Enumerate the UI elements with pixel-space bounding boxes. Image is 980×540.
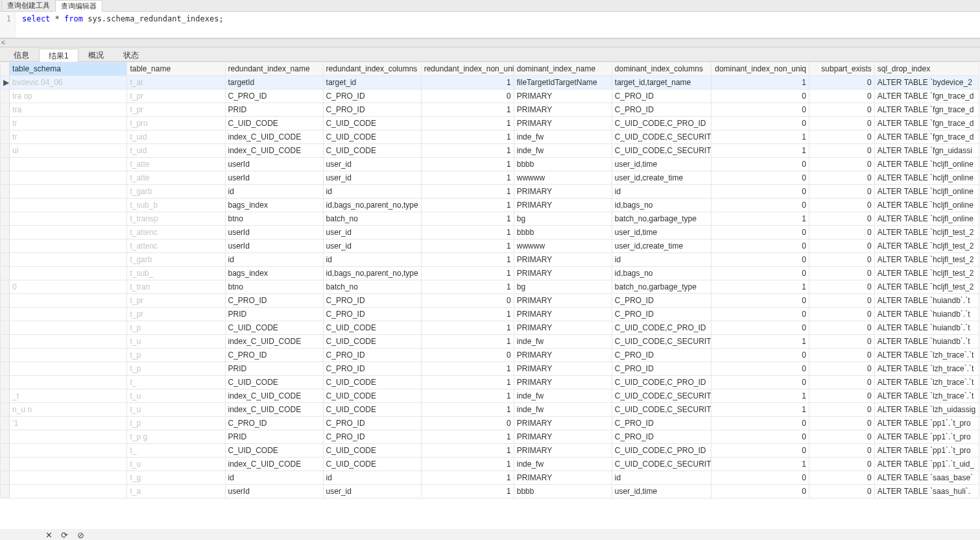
result-grid[interactable]: table_schema table_name redundant_index_… [0,62,980,529]
cell[interactable]: 0 [809,349,875,362]
cell[interactable]: index_C_UID_CODE [225,130,323,144]
cell[interactable]: t_p [127,417,225,430]
cell[interactable]: ALTER TABLE `huiandb`.`t [874,308,979,321]
cell[interactable]: PRIMARY [514,362,612,376]
row-header[interactable] [1,117,10,130]
row-header[interactable] [1,471,10,485]
cell[interactable]: ALTER TABLE `pp1`.`t_uid_ [874,458,979,471]
cell[interactable]: ALTER TABLE `saas_huli`. [874,485,979,498]
cell[interactable]: C_PRO_ID [225,90,323,103]
cell[interactable]: tra [10,103,127,117]
cell[interactable]: 0 [809,362,875,376]
cell[interactable]: PRIMARY [514,253,612,267]
cell[interactable]: bg [514,212,612,226]
table-row[interactable]: ▶bvdevic 04_06t_attargetIdtarget_id1file… [1,76,979,90]
cell[interactable]: ALTER TABLE `bydevice_2 [874,76,979,90]
cell[interactable]: ALTER TABLE `fgn_trace_d [874,117,979,130]
cell[interactable]: PRIMARY [514,308,612,321]
row-header[interactable] [1,90,10,103]
cell[interactable]: t_u [127,389,225,403]
cell[interactable]: batch_no [323,212,421,226]
cell[interactable]: C_UID_CODE [323,389,421,403]
cell[interactable]: 1 [421,144,514,158]
cell[interactable]: 0 [711,226,809,239]
row-header[interactable] [1,335,10,349]
cell[interactable] [10,267,127,280]
cell[interactable] [10,185,127,199]
cell[interactable]: C_PRO_ID [612,103,711,117]
cell[interactable] [10,308,127,321]
cell[interactable]: 0 [809,171,875,185]
cell[interactable]: t_p [127,362,225,376]
cell[interactable]: t_g [127,471,225,485]
cell[interactable]: 1 [421,444,514,458]
col-dominant-index-non-uniq[interactable]: dominant_index_non_uniq [711,62,809,76]
cell[interactable]: C_UID_CODE,C_SECURITY [612,389,711,403]
table-row[interactable]: t_atteuserIduser_id1bbbbuser_id,time00AL… [1,158,979,171]
cell[interactable]: t_uid [127,130,225,144]
cell[interactable]: 1 [711,458,809,471]
cell[interactable]: C_UID_CODE,C_PRO_ID [612,321,711,335]
cell[interactable]: C_PRO_ID [323,417,421,430]
cell[interactable]: 1 [421,280,514,294]
cell[interactable]: id [225,471,323,485]
cell[interactable]: t_u [127,335,225,349]
sql-text[interactable]: select * from sys.schema_redundant_index… [16,12,980,38]
row-header[interactable] [1,144,10,158]
cell[interactable]: t_p g [127,430,225,444]
row-header[interactable] [1,130,10,144]
cell[interactable]: id,bags_no,parent_no,type [323,267,421,280]
cell[interactable]: 1 [421,185,514,199]
cell[interactable]: C_UID_CODE,C_SECURITY [612,458,711,471]
cell[interactable]: C_UID_CODE,C_SECURITY [612,403,711,417]
cell[interactable]: C_UID_CODE [323,376,421,389]
cell[interactable]: ALTER TABLE `hcljfl_online [874,158,979,171]
cell[interactable]: PRID [225,430,323,444]
cell[interactable]: target_id,target_name [612,76,711,90]
cell[interactable]: 0 [711,444,809,458]
cell[interactable]: id [323,471,421,485]
cell[interactable]: C_PRO_ID [323,308,421,321]
cell[interactable]: userId [225,158,323,171]
refresh-icon[interactable]: ⟳ [61,530,68,540]
cell[interactable]: t_u [127,403,225,417]
cell[interactable]: 1 [711,130,809,144]
cell[interactable]: userId [225,239,323,253]
cell[interactable]: t_garb [127,253,225,267]
cell[interactable]: 0 [809,239,875,253]
row-header[interactable] [1,308,10,321]
col-redundant-index-name[interactable]: redundant_index_name [225,62,323,76]
cell[interactable]: 0 [711,362,809,376]
cell[interactable]: ALTER TABLE `hcljfl_online [874,199,979,212]
cell[interactable]: id [612,471,711,485]
table-row[interactable]: t_uindex_C_UID_CODEC_UID_CODE1inde_fwC_U… [1,335,979,349]
cell[interactable]: ALTER TABLE `hcljfl_online [874,171,979,185]
table-row[interactable]: t_garbidid1PRIMARYid00ALTER TABLE `hcljf… [1,253,979,267]
cell[interactable]: 0 [809,212,875,226]
cell[interactable]: ALTER TABLE `lzh_trace`.`t [874,349,979,362]
cell[interactable]: bags_index [225,199,323,212]
cell[interactable]: 1 [421,335,514,349]
cell[interactable]: ALTER TABLE `huiandb`.`t [874,335,979,349]
cell[interactable]: batch_no [323,280,421,294]
cell[interactable]: id [612,253,711,267]
cell[interactable]: user_id [323,226,421,239]
cell[interactable]: 0 [711,417,809,430]
cell[interactable]: 0 [711,239,809,253]
cell[interactable]: 0 [809,280,875,294]
cell[interactable]: t_uid [127,144,225,158]
cell[interactable]: PRIMARY [514,267,612,280]
cell[interactable]: ALTER TABLE `fgn_trace_d [874,130,979,144]
table-row[interactable]: t_uindex_C_UID_CODEC_UID_CODE1inde_fwC_U… [1,458,979,471]
cell[interactable]: ALTER TABLE `pp1`.`t_pro [874,444,979,458]
cell[interactable]: ui [10,144,127,158]
row-header[interactable] [1,171,10,185]
cell[interactable]: 0 [809,485,875,498]
table-row[interactable]: t_attencuserIduser_id1bbbbuser_id,time00… [1,226,979,239]
row-header[interactable] [1,253,10,267]
cell[interactable]: userId [225,485,323,498]
table-row[interactable]: _tt_uindex_C_UID_CODEC_UID_CODE1inde_fwC… [1,389,979,403]
table-row[interactable]: 0t_tranbtnobatch_no1bgbatch_no,garbage_t… [1,280,979,294]
close-icon[interactable]: ✕ [45,530,53,540]
cell[interactable] [10,171,127,185]
